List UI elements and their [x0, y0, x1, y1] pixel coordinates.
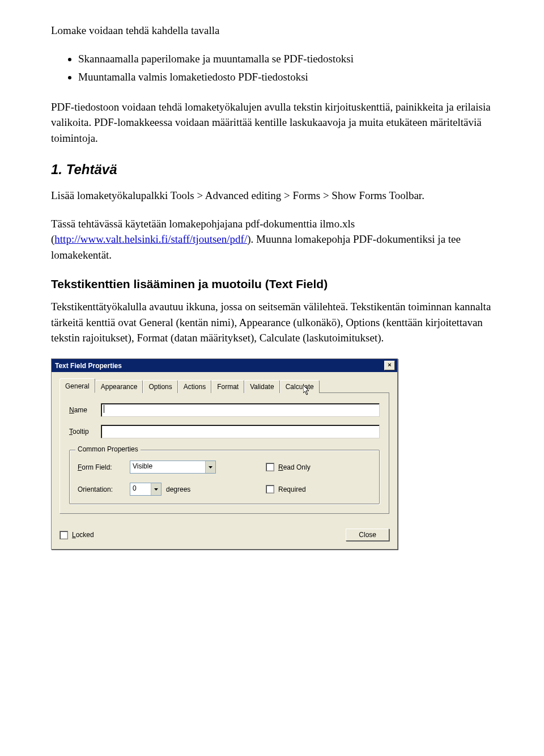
tooltip-input[interactable] — [101, 425, 380, 438]
form-field-combo[interactable]: Visible — [130, 461, 216, 474]
tab-calculate[interactable]: Calculate — [280, 380, 320, 393]
read-only-label: Read Only — [278, 463, 311, 471]
form-field-label: Form Field: — [78, 463, 130, 471]
text-field-properties-dialog: Text Field Properties × General Appearan… — [51, 358, 398, 550]
section-2-para: Tekstikenttätyökalulla avautuu ikkuna, j… — [51, 299, 493, 346]
section-2-title: Tekstikenttien lisääminen ja muotoilu (T… — [51, 277, 493, 291]
tab-format[interactable]: Format — [211, 380, 244, 393]
list-item: Muuntamalla valmis lomaketiedosto PDF-ti… — [78, 69, 493, 86]
tab-general[interactable]: General — [60, 378, 95, 393]
group-legend: Common Properties — [75, 445, 141, 453]
locked-label: Locked — [72, 531, 94, 539]
list-item: Skannaamalla paperilomake ja muuntamalla… — [78, 51, 493, 67]
intro-heading: Lomake voidaan tehdä kahdella tavalla — [51, 23, 493, 39]
tab-options[interactable]: Options — [143, 380, 177, 393]
section-1-para-1: Lisää lomaketyökalupalkki Tools > Advanc… — [51, 188, 493, 204]
name-input[interactable] — [101, 403, 380, 417]
orientation-label: Orientation: — [78, 485, 130, 493]
locked-checkbox[interactable] — [60, 531, 68, 539]
form-field-value: Visible — [130, 461, 205, 473]
close-icon[interactable]: × — [384, 361, 395, 370]
chevron-down-icon — [151, 483, 161, 495]
svg-marker-1 — [209, 466, 212, 468]
dialog-titlebar[interactable]: Text Field Properties × — [52, 359, 397, 372]
section-1-para-2: Tässä tehtävässä käytetään lomakepohjaja… — [51, 216, 493, 263]
chevron-down-icon — [205, 461, 215, 473]
required-checkbox[interactable] — [266, 485, 274, 493]
tab-actions[interactable]: Actions — [178, 380, 211, 393]
required-label: Required — [278, 485, 306, 493]
section-1-title: 1. Tehtävä — [51, 162, 493, 178]
read-only-checkbox[interactable] — [266, 463, 274, 471]
tab-validate[interactable]: Validate — [244, 380, 279, 393]
svg-marker-2 — [154, 488, 158, 491]
tab-panel-general: Name Tooltip Common Properties — [60, 393, 389, 514]
tab-strip: General Appearance Options Actions Forma… — [60, 378, 389, 393]
close-button[interactable]: Close — [346, 529, 389, 541]
orientation-value: 0 — [130, 483, 151, 495]
bullet-list: Skannaamalla paperilomake ja muuntamalla… — [51, 51, 493, 86]
tab-calculate-label: Calculate — [286, 383, 314, 391]
tab-appearance[interactable]: Appearance — [95, 380, 143, 393]
tooltip-label: Tooltip — [69, 428, 101, 436]
pdf-link[interactable]: http://www.valt.helsinki.fi/staff/tjouts… — [54, 233, 247, 245]
common-properties-group: Common Properties Form Field: Visible — [69, 450, 380, 504]
name-label: Name — [69, 406, 101, 414]
degrees-label: degrees — [166, 485, 190, 493]
orientation-combo[interactable]: 0 — [130, 483, 162, 496]
intro-paragraph: PDF-tiedostoon voidaan tehdä lomaketyöka… — [51, 99, 493, 146]
dialog-title: Text Field Properties — [55, 362, 122, 370]
